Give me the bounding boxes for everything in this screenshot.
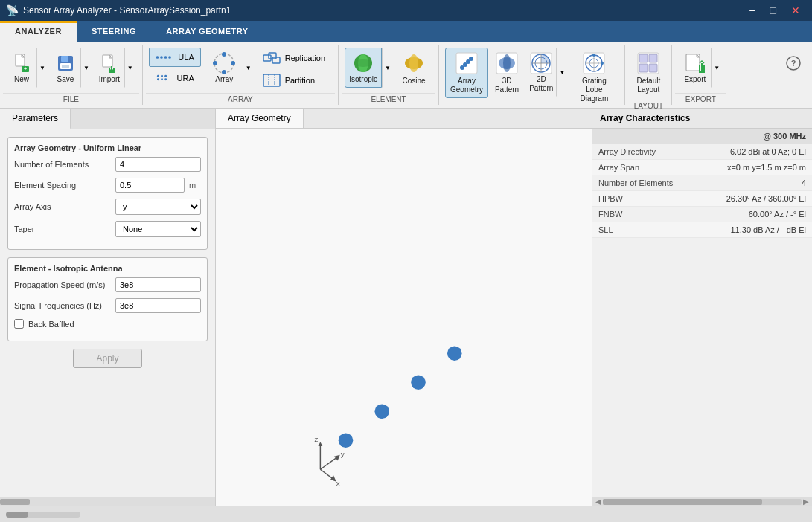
array-dropdown-arrow[interactable]: ▼ [243, 48, 255, 88]
main-container: Parameters Array Geometry - Uniform Line… [0, 109, 812, 506]
isotropic-icon [351, 51, 375, 75]
svg-point-43 [503, 54, 511, 72]
svg-rect-60 [649, 64, 657, 72]
svg-rect-5 [61, 56, 68, 62]
status-scrollbar-thumb [6, 512, 28, 518]
grating-lobe-button[interactable]: Grating LobeDiagram [569, 48, 618, 107]
minimize-button[interactable]: − [743, 3, 761, 18]
characteristics-table: @ 300 MHz Array Directivity 6.02 dBi at … [592, 129, 812, 238]
save-button[interactable]: Save [50, 48, 80, 88]
parameters-content: Array Geometry - Uniform Linear Number o… [0, 129, 215, 497]
array-geometry-plot-button[interactable]: ArrayGeometry [445, 48, 488, 98]
file-buttons: + New ▼ [3, 45, 139, 91]
propagation-speed-input[interactable] [115, 277, 201, 292]
export-button[interactable]: Export [678, 48, 711, 88]
import-dropdown-arrow[interactable]: ▼ [124, 48, 136, 88]
array-type-group: ULA URA [149, 48, 201, 88]
svg-rect-7 [62, 65, 69, 68]
svg-point-33 [354, 59, 372, 67]
maximize-button[interactable]: □ [764, 3, 782, 18]
svg-point-24 [213, 61, 217, 65]
left-scrollbar-thumb [0, 499, 30, 505]
array-geometry-plot-label: ArrayGeometry [450, 77, 483, 94]
array-axis-select[interactable]: y x z [115, 199, 201, 215]
export-buttons: Export ▼ [675, 45, 726, 91]
left-panel-scrollbar[interactable] [0, 497, 215, 506]
2d-pattern-button[interactable]: 2DPattern [525, 48, 556, 97]
svg-marker-73 [330, 475, 336, 482]
new-button[interactable]: + New [6, 48, 36, 88]
num-elements-char-value: 4 [699, 175, 812, 191]
right-scrollbar[interactable]: ◀ ▶ [592, 497, 812, 506]
svg-text:y: y [341, 450, 345, 458]
import-button[interactable]: Import [94, 48, 124, 88]
ribbon-group-element: Isotropic ▼ Cosine ELEMENT [339, 45, 439, 105]
characteristics-value-col: @ 300 MHz [699, 129, 812, 144]
signal-freq-row: Signal Frequencies (Hz) [14, 298, 201, 313]
characteristics-label-col [592, 129, 699, 144]
taper-label: Taper [14, 225, 111, 233]
array-geometry-view-tab[interactable]: Array Geometry [216, 109, 304, 128]
tab-steering[interactable]: STEERING [77, 21, 151, 42]
sll-label: SLL [592, 222, 699, 238]
svg-rect-57 [639, 54, 648, 62]
fnbw-value: 60.00° Az / -° El [699, 207, 812, 222]
import-icon [97, 51, 121, 75]
isotropic-button[interactable]: Isotropic [345, 48, 382, 88]
ribbon-group-array: ULA URA [143, 45, 339, 105]
ribbon-group-file: + New ▼ [0, 45, 143, 105]
ura-button[interactable]: URA [149, 68, 201, 88]
element-spacing-input[interactable] [115, 178, 185, 193]
svg-rect-25 [263, 55, 271, 61]
save-label: Save [57, 75, 74, 84]
partition-label: Partition [285, 76, 315, 85]
svg-rect-59 [639, 64, 648, 72]
export-group-label: EXPORT [675, 93, 726, 105]
element-dot-1 [339, 434, 354, 448]
3d-pattern-button[interactable]: 3DPattern [490, 48, 524, 98]
num-elements-input[interactable] [115, 157, 201, 172]
svg-point-22 [231, 61, 235, 65]
scroll-left-arrow[interactable]: ◀ [594, 497, 603, 506]
2d-pattern-dropdown-arrow[interactable]: ▼ [556, 48, 568, 97]
signal-freq-input[interactable] [115, 298, 201, 313]
ula-button[interactable]: ULA [149, 48, 201, 67]
right-panel-bottom: ◀ ▶ [592, 497, 812, 506]
2d-pattern-label: 2DPattern [529, 75, 553, 93]
table-row: Array Directivity 6.02 dBi at 0 Az; 0 El [592, 144, 812, 160]
cosine-button[interactable]: Cosine [395, 48, 432, 89]
replication-button[interactable]: Replication [256, 48, 332, 68]
scroll-right-arrow[interactable]: ▶ [802, 497, 811, 506]
table-row: Number of Elements 4 [592, 175, 812, 191]
ribbon-tab-bar: ANALYZER STEERING ARRAY GEOMETRY [0, 21, 812, 42]
array-directivity-label: Array Directivity [592, 144, 699, 160]
close-button[interactable]: ✕ [785, 3, 806, 18]
partition-button[interactable]: Partition [256, 70, 332, 91]
save-dropdown-arrow[interactable]: ▼ [80, 48, 92, 88]
element-section-title: Element - Isotropic Antenna [14, 264, 201, 273]
array-button[interactable]: Array [205, 48, 243, 88]
isotropic-dropdown-arrow[interactable]: ▼ [382, 48, 394, 88]
default-layout-button[interactable]: DefaultLayout [631, 48, 665, 98]
parameters-tab[interactable]: Parameters [0, 109, 71, 129]
export-dropdown-arrow[interactable]: ▼ [711, 48, 723, 88]
right-panel: Array Characteristics @ 300 MHz Array Di… [592, 109, 812, 506]
propagation-speed-label: Propagation Speed (m/s) [14, 280, 111, 289]
tab-analyzer[interactable]: ANALYZER [0, 21, 77, 42]
tab-array-geometry[interactable]: ARRAY GEOMETRY [151, 21, 263, 42]
new-dropdown-arrow[interactable]: ▼ [36, 48, 48, 88]
layout-buttons: DefaultLayout [628, 45, 668, 98]
taper-select[interactable]: None Taylor Chebyshev [115, 221, 201, 237]
svg-point-14 [157, 75, 159, 77]
status-scrollbar[interactable] [6, 512, 80, 518]
left-panel: Parameters Array Geometry - Uniform Line… [0, 109, 216, 506]
new-icon: + [10, 51, 33, 75]
element-group-label: ELEMENT [342, 93, 435, 105]
element-buttons: Isotropic ▼ Cosine [342, 45, 435, 91]
back-baffled-checkbox[interactable] [14, 319, 24, 329]
apply-button[interactable]: Apply [73, 349, 141, 368]
help-button[interactable]: ? [778, 48, 809, 79]
file-group-label: FILE [3, 93, 139, 105]
svg-point-19 [164, 78, 167, 80]
element-spacing-row: Element Spacing m [14, 178, 201, 193]
